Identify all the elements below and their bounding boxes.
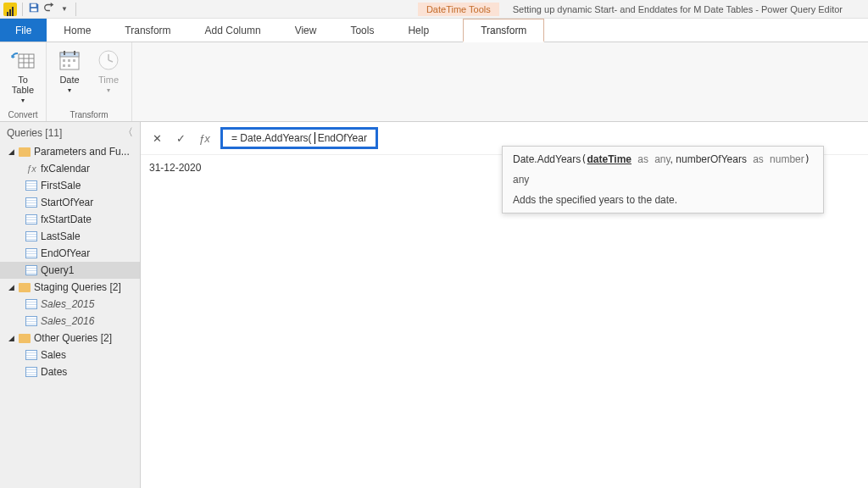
svg-rect-15: [68, 64, 70, 67]
query-name: Sales_2016: [41, 315, 94, 327]
title-bar: ▼ DateTime Tools Setting up dynamic Star…: [0, 0, 868, 19]
tab-help[interactable]: Help: [391, 19, 446, 42]
sig-param-2: numberOfYears: [676, 153, 747, 165]
query-item[interactable]: LastSale: [0, 228, 140, 245]
expand-icon: ◢: [8, 334, 15, 342]
clock-icon: [96, 47, 121, 73]
query-name: fxStartDate: [41, 214, 92, 225]
ribbon-group-transform: Date ▾ Time ▾ Transform: [47, 42, 132, 121]
svg-rect-11: [63, 59, 65, 62]
intellisense-tooltip: Date.AddYears(dateTime as any, numberOfY…: [502, 146, 824, 214]
svg-rect-13: [73, 59, 75, 62]
dropdown-caret-icon: ▾: [68, 86, 71, 94]
formula-text-prefix: = Date.AddYears(: [231, 132, 312, 144]
group-label: Other Queries [2]: [34, 332, 112, 344]
query-item[interactable]: Query1: [0, 262, 140, 279]
folder-icon: [19, 147, 31, 157]
workspace: Queries [11] 〈 ◢Parameters and Fu...ƒxfx…: [0, 122, 868, 488]
to-table-label: To Table: [12, 75, 34, 95]
expand-icon: ◢: [8, 147, 15, 156]
table-icon: [25, 316, 37, 326]
dropdown-caret-icon: ▾: [21, 97, 25, 104]
date-label: Date: [59, 75, 79, 85]
queries-pane: Queries [11] 〈 ◢Parameters and Fu...ƒxfx…: [0, 122, 141, 488]
queries-tree: ◢Parameters and Fu...ƒxfxCalendarFirstSa…: [0, 143, 140, 488]
svg-rect-2: [19, 54, 34, 68]
table-icon: [25, 231, 37, 241]
window-title: Setting up dynamic Start- and Enddates f…: [499, 4, 868, 14]
query-item[interactable]: Sales_2015: [0, 296, 140, 313]
table-icon: [25, 350, 37, 360]
query-name: Sales: [41, 349, 66, 361]
save-icon[interactable]: [28, 2, 40, 16]
table-icon: [25, 248, 37, 258]
query-item[interactable]: Sales_2016: [0, 313, 140, 330]
to-table-button[interactable]: To Table ▾: [7, 46, 39, 106]
tab-home[interactable]: Home: [47, 19, 108, 42]
file-tab[interactable]: File: [0, 19, 47, 42]
collapse-pane-icon[interactable]: 〈: [123, 125, 133, 140]
query-item[interactable]: ƒxfxCalendar: [0, 160, 140, 177]
time-button[interactable]: Time ▾: [92, 46, 125, 96]
calendar-icon: [57, 47, 82, 73]
query-item[interactable]: Dates: [0, 363, 140, 380]
dropdown-caret-icon: ▾: [107, 86, 110, 94]
tab-view[interactable]: View: [278, 19, 334, 42]
tooltip-description: Adds the specified years to the date.: [513, 194, 813, 206]
group-label-transform: Transform: [70, 108, 108, 119]
folder-icon: [19, 334, 31, 343]
qat-dropdown-icon[interactable]: ▼: [58, 5, 70, 13]
tab-transform-contextual[interactable]: Transform: [463, 19, 544, 42]
ribbon-tabs: File Home Transform Add Column View Tool…: [0, 19, 868, 42]
function-signature: Date.AddYears(dateTime as any, numberOfY…: [513, 153, 813, 165]
svg-rect-14: [63, 64, 65, 67]
folder-icon: [19, 283, 31, 292]
ribbon: To Table ▾ Convert Date ▾ Time ▾ Trans: [0, 42, 868, 122]
quick-access-toolbar: ▼: [0, 2, 83, 16]
commit-formula-icon[interactable]: ✓: [173, 130, 188, 146]
query-group[interactable]: ◢Parameters and Fu...: [0, 143, 140, 160]
query-name: Sales_2015: [41, 298, 94, 310]
text-cursor: [314, 132, 315, 144]
query-item[interactable]: EndOfYear: [0, 245, 140, 262]
query-group[interactable]: ◢Staging Queries [2]: [0, 279, 140, 296]
tab-tools[interactable]: Tools: [333, 19, 391, 42]
qat-divider-2: [75, 3, 76, 16]
fx-icon[interactable]: ƒx: [197, 130, 212, 146]
sig-param-1: dateTime: [587, 153, 632, 165]
expand-icon: ◢: [8, 283, 15, 291]
query-name: StartOfYear: [41, 197, 93, 208]
formula-input[interactable]: = Date.AddYears(EndOfYear: [220, 127, 378, 149]
table-icon: [25, 367, 37, 377]
query-item[interactable]: fxStartDate: [0, 211, 140, 228]
group-label: Staging Queries [2]: [34, 281, 121, 293]
query-name: Dates: [41, 366, 67, 378]
svg-rect-0: [31, 4, 36, 8]
undo-icon[interactable]: [42, 2, 57, 16]
cancel-formula-icon[interactable]: ✕: [149, 130, 164, 146]
editor-main: ✕ ✓ ƒx = Date.AddYears(EndOfYear 31-12-2…: [141, 122, 868, 488]
return-type: any: [513, 174, 813, 186]
group-label-convert: Convert: [8, 108, 37, 119]
to-table-icon: [10, 47, 36, 73]
contextual-tab-text: DateTime Tools: [418, 3, 499, 16]
query-name: fxCalendar: [41, 163, 90, 175]
query-item[interactable]: StartOfYear: [0, 194, 140, 211]
sig-as-1: as: [637, 153, 648, 165]
sig-type-1: any: [654, 153, 670, 165]
tab-add-column[interactable]: Add Column: [188, 19, 278, 42]
table-icon: [25, 299, 37, 309]
table-icon: [25, 265, 37, 275]
sig-as-2: as: [753, 153, 764, 165]
query-item[interactable]: Sales: [0, 347, 140, 363]
query-group[interactable]: ◢Other Queries [2]: [0, 330, 140, 347]
date-button[interactable]: Date ▾: [53, 46, 86, 96]
query-name: Query1: [41, 264, 74, 276]
queries-header-text: Queries [11]: [7, 127, 62, 139]
query-name: LastSale: [41, 230, 81, 242]
tab-transform[interactable]: Transform: [108, 19, 187, 42]
table-icon: [25, 197, 37, 208]
sig-type-2: number: [770, 153, 804, 165]
query-item[interactable]: FirstSale: [0, 177, 140, 194]
app-icon: [3, 3, 17, 16]
